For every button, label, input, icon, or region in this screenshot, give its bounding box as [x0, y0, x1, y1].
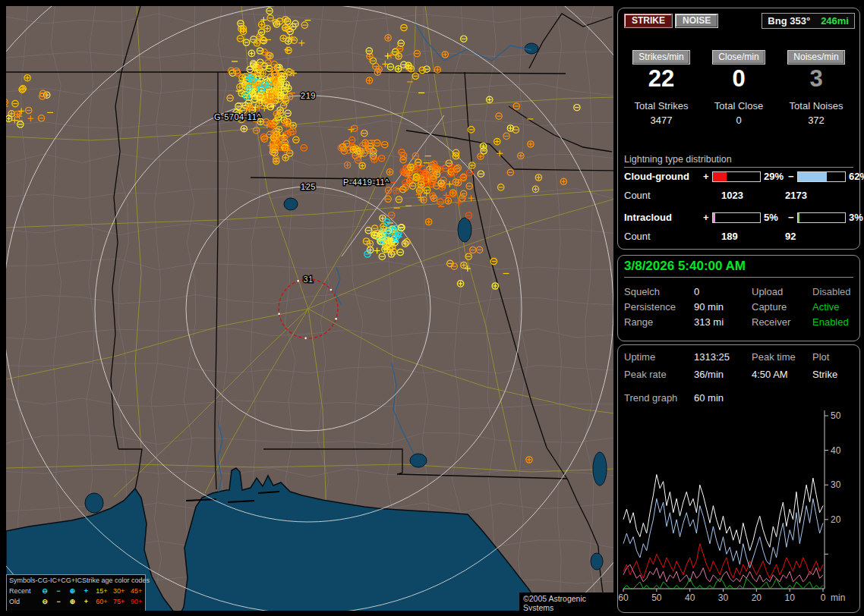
info-row-uptime: Uptime 1313:25 Peak time Plot: [624, 351, 855, 365]
circle-minus-icon: ⊖: [38, 596, 52, 607]
legend-header-neg-cg: -CG: [36, 575, 49, 586]
age-code-30: 30+: [110, 586, 128, 596]
persistence-label: Persistence: [624, 301, 676, 313]
minus-sign: −: [788, 212, 794, 223]
close-per-min-counter: Close/min 0 Total Close 0: [700, 49, 777, 126]
x-tick-label: 10: [784, 592, 795, 603]
ic-negative-bar: [797, 212, 846, 223]
noises-per-min-value: 3: [777, 66, 855, 92]
cg-positive-pct: 29%: [764, 171, 784, 182]
legend-row-recent-label: Recent: [7, 586, 38, 596]
upload-label: Upload: [752, 286, 783, 297]
receiver-label: Receiver: [752, 316, 790, 328]
x-tick-label: 0: [821, 592, 826, 603]
close-per-min-value: 0: [700, 66, 777, 92]
cg-negative-pct: 62%: [849, 171, 864, 182]
cloud-ground-row: Cloud-ground + 29% − 62%: [624, 171, 855, 183]
minus-sign: −: [788, 171, 794, 182]
plus-sign: +: [703, 171, 709, 182]
circle-minus-icon: ⊖: [38, 586, 52, 596]
strike-mode-button[interactable]: STRIKE: [624, 14, 673, 28]
peak-time-value: 4:50 AM: [752, 369, 788, 380]
cg-positive-bar: [712, 171, 761, 182]
trend-chart: 504030206050403020100min: [618, 406, 859, 609]
date-time: 3/8/2026 5:40:00 AM: [624, 259, 853, 278]
total-strikes-label: Total Strikes: [623, 100, 700, 112]
capture-state: Active: [812, 301, 839, 313]
radar-map[interactable]: 31125219G-5704-11^P-4419-11^ Symbols -CG…: [6, 6, 613, 611]
age-code-15: 15+: [93, 586, 110, 596]
legend-header-age-codes: Strike age color codes: [82, 575, 150, 586]
close-per-min-label[interactable]: Close/min: [712, 50, 765, 64]
total-close-label: Total Close: [700, 100, 777, 112]
total-noises-value: 372: [777, 115, 855, 126]
plus-sign: +: [703, 212, 709, 223]
squelch-value: 0: [694, 286, 699, 297]
noise-mode-button[interactable]: NOISE: [675, 14, 718, 28]
persistence-value: 90 min: [694, 301, 724, 313]
upload-state: Disabled: [812, 286, 851, 297]
trend-series-pink: [623, 564, 823, 582]
plot-label: Plot: [812, 351, 829, 363]
legend-header-symbols: Symbols: [7, 575, 36, 586]
range-ring-label-219: 219: [301, 91, 316, 100]
capture-label: Capture: [752, 301, 787, 313]
receiver-state: Enabled: [812, 316, 849, 328]
symbol-legend: Symbols -CG -IC +CG +IC Strike age color…: [6, 574, 146, 611]
legend-header-pos-cg: +CG: [57, 575, 71, 586]
range-value: 313 mi: [694, 316, 724, 328]
plus-icon: +: [79, 596, 93, 607]
noises-per-min-label[interactable]: Noises/min: [787, 50, 844, 64]
bearing-readout: Bng 353°246mi: [762, 13, 855, 29]
total-strikes-value: 3477: [623, 115, 700, 126]
y-tick-label: 50: [831, 410, 841, 421]
ic-positive-pct: 5%: [764, 212, 778, 223]
copyright-notice: ©2005 Astrogenic Systems: [519, 592, 613, 611]
trend-graph-window[interactable]: 60 min: [694, 392, 724, 404]
map-canvas[interactable]: 31125219G-5704-11^P-4419-11^: [6, 6, 613, 611]
count-label: Count: [624, 190, 651, 201]
age-code-75: 75+: [110, 596, 128, 607]
cg-negative-count: 2173: [785, 190, 807, 201]
peak-rate-label: Peak rate: [624, 369, 667, 380]
squelch-label: Squelch: [624, 286, 660, 297]
age-code-60: 60+: [93, 596, 110, 607]
trend-panel: Uptime 1313:25 Peak time Plot Peak rate …: [617, 344, 860, 613]
minus-icon: −: [52, 596, 65, 607]
cg-positive-count: 1023: [721, 190, 743, 201]
intracloud-count-row: Count 189 92: [624, 231, 651, 242]
app-window: { "window": {"copyright": "©2005 Astroge…: [0, 0, 864, 616]
x-tick-label: 60: [618, 592, 629, 603]
legend-row-old-label: Old: [7, 596, 38, 607]
trend-series-red: [623, 544, 823, 579]
trend-series-green: [623, 578, 823, 589]
ic-negative-pct: 3%: [849, 212, 863, 223]
cloud-ground-label: Cloud-ground: [624, 171, 689, 182]
strikes-per-min-label[interactable]: Strikes/min: [632, 50, 689, 64]
intracloud-row: Intracloud + 5% − 3%: [624, 212, 855, 224]
cg-negative-bar: [797, 171, 846, 182]
cloud-ground-count-row: Count 1023 2173: [624, 190, 651, 201]
noises-per-min-counter: Noises/min 3 Total Noises 372: [777, 49, 855, 126]
uptime-label: Uptime: [624, 351, 655, 363]
storm-cell-label-1: P-4419-11^: [343, 178, 389, 187]
ic-negative-count: 92: [785, 231, 796, 242]
x-tick-label: 20: [752, 592, 762, 603]
intracloud-label: Intracloud: [624, 212, 672, 223]
total-close-value: 0: [700, 115, 777, 126]
x-tick-label: 30: [718, 592, 729, 603]
bearing-value: Bng 353°: [768, 15, 810, 27]
uptime-value: 1313:25: [694, 351, 730, 363]
trend-graph-row: Trend graph 60 min: [624, 392, 855, 406]
x-tick-label: 40: [685, 592, 695, 603]
legend-header-neg-ic: -IC: [48, 575, 57, 586]
range-ring-label-31: 31: [303, 275, 313, 284]
minus-icon: −: [52, 586, 65, 596]
status-row-persistence: Persistence 90 min Capture Active: [624, 301, 855, 315]
peak-rate-value: 36/min: [694, 369, 724, 380]
storm-cell-label-0: G-5704-11^: [214, 112, 261, 121]
status-row-range: Range 313 mi Receiver Enabled: [624, 316, 855, 330]
trend-graph-label: Trend graph: [624, 392, 677, 404]
trend-series-light-blue: [623, 498, 823, 567]
y-tick-label: 20: [831, 514, 841, 525]
